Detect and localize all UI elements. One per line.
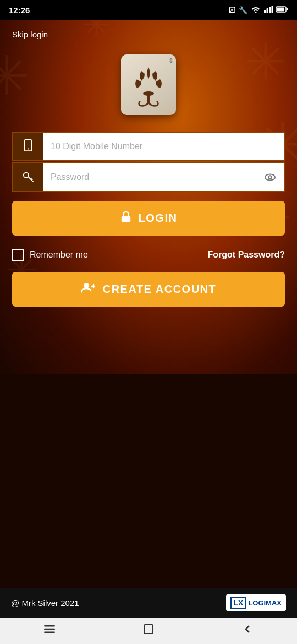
mobile-input[interactable] [43, 133, 284, 160]
login-button[interactable]: LOGIN [12, 201, 285, 236]
skip-login-link[interactable]: Skip login [0, 20, 297, 43]
nav-menu-icon[interactable] [43, 623, 56, 639]
nav-home-icon[interactable] [142, 623, 155, 639]
svg-rect-23 [44, 632, 55, 634]
photo-icon: 🖼 [228, 6, 235, 14]
tool-icon: 🔧 [239, 6, 248, 14]
svg-rect-24 [144, 625, 153, 634]
svg-point-10 [28, 148, 29, 149]
login-label: LOGIN [139, 212, 178, 225]
battery-icon [276, 6, 288, 14]
svg-point-8 [143, 91, 154, 96]
app-logo: ® [121, 54, 176, 115]
svg-rect-21 [44, 625, 55, 627]
skip-login-label[interactable]: Skip login [0, 20, 60, 43]
create-account-button[interactable]: CREATE ACCOUNT [12, 272, 285, 307]
password-input-row [12, 162, 285, 192]
create-account-label: CREATE ACCOUNT [103, 283, 217, 296]
mobile-input-row [12, 132, 285, 161]
footer-logo: LX LOGIMAX [226, 594, 286, 611]
nav-bar [0, 618, 297, 644]
main-content: Skip login ® [0, 20, 297, 307]
input-section [0, 132, 297, 192]
svg-rect-17 [121, 216, 130, 222]
svg-line-14 [31, 179, 32, 180]
svg-rect-1 [267, 8, 268, 13]
svg-rect-3 [272, 6, 273, 13]
svg-rect-5 [277, 7, 284, 11]
key-icon [22, 170, 34, 185]
forgot-password-link[interactable]: Forgot Password? [208, 250, 285, 260]
status-time: 12:26 [9, 6, 30, 15]
svg-rect-22 [44, 629, 55, 630]
svg-point-15 [265, 174, 275, 181]
signal-icon [264, 6, 273, 15]
svg-rect-0 [264, 10, 266, 13]
mobile-icon [22, 139, 34, 154]
svg-rect-2 [269, 7, 271, 13]
logo-area: ® [0, 43, 297, 132]
add-user-icon [81, 282, 95, 297]
options-row: Remember me Forgot Password? [0, 244, 297, 272]
password-icon-box [13, 163, 43, 191]
remember-me-checkbox[interactable] [12, 249, 24, 261]
mobile-icon-box [13, 133, 43, 160]
footer-brand: LOGIMAX [248, 599, 282, 607]
registered-symbol: ® [169, 57, 173, 64]
svg-rect-6 [287, 8, 288, 10]
toggle-password-visibility[interactable] [256, 163, 284, 191]
status-bar: 12:26 🖼 🔧 [0, 0, 297, 20]
wifi-icon [251, 6, 261, 15]
footer: @ Mrk Silver 2021 LX LOGIMAX [0, 588, 297, 618]
remember-me-label: Remember me [30, 250, 88, 260]
footer-lx-badge: LX [230, 597, 246, 609]
nav-back-icon[interactable] [241, 623, 254, 639]
status-icons: 🖼 🔧 [228, 6, 288, 15]
password-input[interactable] [43, 163, 256, 191]
svg-line-13 [31, 178, 32, 179]
remember-me-container: Remember me [12, 249, 88, 261]
lock-icon [120, 211, 132, 226]
svg-point-16 [268, 176, 272, 179]
logo-tree-svg [129, 63, 168, 107]
footer-copyright: @ Mrk Silver 2021 [11, 598, 79, 608]
svg-point-18 [84, 283, 89, 288]
